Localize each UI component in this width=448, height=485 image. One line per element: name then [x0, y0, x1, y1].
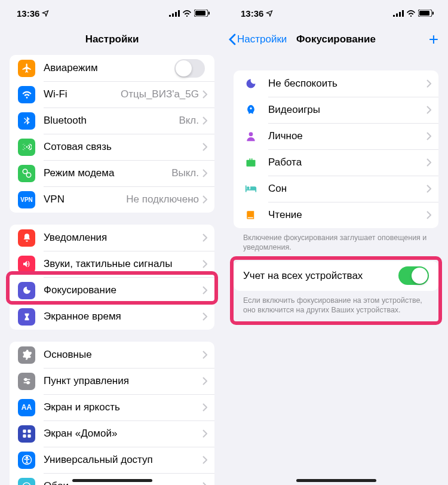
row-label: Уведомления [44, 232, 107, 244]
add-button[interactable]: + [429, 31, 438, 48]
row-vpn[interactable]: VPN VPN Не подключено [10, 186, 214, 213]
chevron-icon [202, 456, 207, 464]
person-icon [242, 130, 260, 142]
row-sounds[interactable]: Звуки, тактильные сигналы [10, 251, 214, 277]
svg-rect-26 [419, 11, 429, 16]
row-label: Экран и яркость [44, 401, 120, 413]
speaker-icon [18, 256, 35, 273]
svg-rect-22 [396, 13, 398, 17]
row-label: Обои [44, 480, 69, 485]
row-label: Wi-Fi [44, 88, 67, 100]
row-home-screen[interactable]: Экран «Домой» [10, 420, 214, 447]
row-general[interactable]: Основные [10, 342, 214, 368]
row-reading[interactable]: Чтение [234, 202, 438, 228]
row-label: Режим модема [44, 167, 114, 179]
chevron-icon [202, 260, 207, 268]
row-label: Фокусирование [44, 284, 116, 296]
cellular-icon [393, 10, 404, 17]
svg-rect-2 [175, 12, 177, 17]
svg-point-9 [24, 378, 27, 380]
svg-rect-1 [172, 13, 174, 17]
svg-rect-6 [208, 12, 210, 15]
chevron-icon [202, 286, 207, 294]
row-dnd[interactable]: Не беспокоить [234, 70, 438, 97]
row-label: Экранное время [44, 311, 121, 323]
chevron-icon [426, 211, 431, 219]
accessibility-icon [18, 452, 35, 469]
row-accessibility[interactable]: Универсальный доступ [10, 447, 214, 473]
status-indicators [169, 10, 210, 17]
home-indicator[interactable] [296, 479, 376, 482]
nav-bar: Настройки Фокусирование + [224, 26, 448, 53]
row-value: Выкл. [171, 167, 199, 179]
briefcase-icon [242, 156, 260, 168]
focus-list[interactable]: Не беспокоить Видеоигры Личное [224, 53, 448, 485]
battery-icon [418, 10, 434, 17]
chevron-icon [426, 106, 431, 114]
moon-icon [18, 282, 35, 299]
row-control-center[interactable]: Пункт управления [10, 368, 214, 394]
wifi-icon [18, 86, 35, 103]
row-display[interactable]: AA Экран и яркость [10, 394, 214, 420]
phone-left: 13:36 Настройки Авиарежим [0, 0, 224, 485]
nav-bar: Настройки [0, 26, 224, 53]
svg-point-16 [26, 457, 27, 459]
bell-icon [18, 229, 35, 247]
row-label: Сон [268, 183, 287, 195]
row-label: Универсальный доступ [44, 454, 153, 466]
chevron-icon [202, 429, 207, 438]
row-sleep[interactable]: Сон [234, 176, 438, 202]
airplane-toggle[interactable] [174, 59, 205, 78]
row-focus[interactable]: Фокусирование [10, 277, 214, 303]
chevron-icon [202, 403, 207, 412]
row-notifications[interactable]: Уведомления [10, 225, 214, 251]
row-value: Вкл. [179, 115, 199, 127]
row-screentime[interactable]: Экранное время [10, 303, 214, 330]
svg-rect-23 [399, 12, 401, 17]
settings-list[interactable]: Авиарежим Wi-Fi Отцы_ВИЗ'а_5G [0, 53, 224, 485]
row-wifi[interactable]: Wi-Fi Отцы_ВИЗ'а_5G [10, 81, 214, 108]
chevron-left-icon [229, 33, 236, 45]
svg-point-7 [23, 169, 27, 174]
wifi-icon [182, 10, 192, 17]
row-personal[interactable]: Личное [234, 123, 438, 149]
share-devices-toggle[interactable] [398, 266, 429, 285]
row-work[interactable]: Работа [234, 149, 438, 176]
row-cellular[interactable]: Сотовая связь [10, 134, 214, 160]
status-bar: 13:36 [224, 0, 448, 26]
row-label: Чтение [268, 209, 302, 221]
share-across-devices-group: Учет на всех устройствах [234, 261, 438, 291]
row-airplane[interactable]: Авиарежим [10, 55, 214, 81]
row-label: VPN [44, 194, 65, 205]
svg-rect-5 [195, 11, 205, 16]
back-button[interactable]: Настройки [229, 33, 287, 45]
svg-rect-21 [393, 15, 395, 17]
svg-rect-3 [178, 10, 180, 17]
sliders-icon [18, 373, 35, 390]
chevron-icon [202, 143, 207, 151]
row-gaming[interactable]: Видеоигры [234, 97, 438, 123]
svg-rect-11 [23, 429, 26, 432]
text-size-icon: AA [18, 399, 35, 416]
svg-point-10 [27, 382, 29, 384]
moon-icon [242, 78, 260, 90]
back-label: Настройки [237, 33, 287, 45]
row-share-devices[interactable]: Учет на всех устройствах [234, 261, 438, 291]
apps-grid-icon [18, 425, 35, 443]
cellular-icon [169, 10, 180, 17]
status-bar: 13:36 [0, 0, 224, 26]
book-icon [242, 209, 260, 221]
focus-modes-group: Не беспокоить Видеоигры Личное [234, 70, 438, 228]
row-label: Сотовая связь [44, 141, 112, 153]
row-bluetooth[interactable]: Bluetooth Вкл. [10, 108, 214, 134]
status-indicators [393, 10, 434, 17]
gear-icon [18, 346, 35, 364]
row-value: Не подключено [126, 194, 199, 205]
chevron-icon [426, 132, 431, 140]
status-time: 13:36 [241, 8, 263, 19]
row-label: Видеоигры [268, 104, 320, 116]
vpn-icon: VPN [18, 191, 35, 208]
home-indicator[interactable] [72, 479, 152, 482]
chevron-icon [202, 377, 207, 385]
row-hotspot[interactable]: Режим модема Выкл. [10, 160, 214, 186]
